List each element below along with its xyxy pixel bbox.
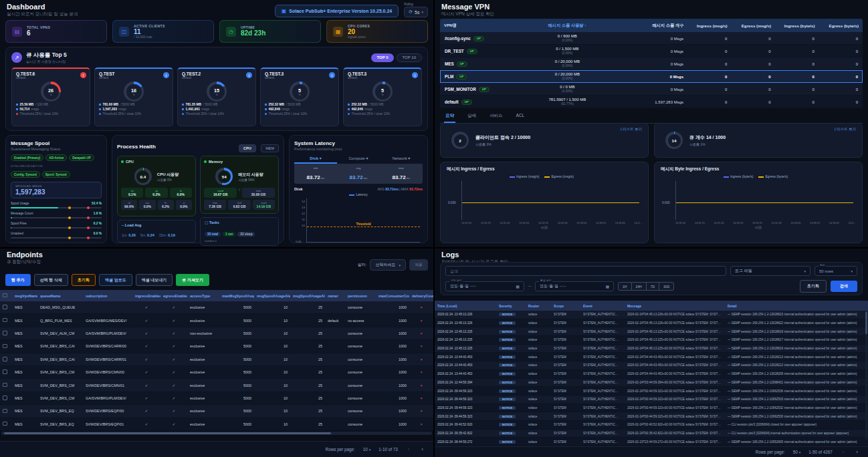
- vpn-col-header[interactable]: Egress (byte/s): [819, 23, 863, 28]
- scrollbar-thumb[interactable]: [865, 311, 867, 334]
- endpoints-col-header[interactable]: egressEnabled: [160, 294, 187, 298]
- quick-range-button[interactable]: 7D: [647, 282, 659, 291]
- checkbox-icon[interactable]: [3, 331, 7, 335]
- checkbox-icon[interactable]: [3, 422, 7, 426]
- version-badge[interactable]: ▣ Solace PubSub+ Enterprise Version 10.2…: [275, 5, 399, 17]
- endpoints-col-header[interactable]: permission: [345, 294, 376, 298]
- vpn-table-row[interactable]: DR_TESTUP0 / 1,500 MB(0.00%)0 Msgs0000: [440, 45, 863, 57]
- vpn-tab-요약[interactable]: 요약: [444, 111, 455, 123]
- endpoints-col-header[interactable]: msgVpnName: [12, 294, 37, 298]
- endpoints-col-header[interactable]: ingressEnabled: [132, 294, 160, 298]
- logs-col-header[interactable]: Scope: [551, 304, 580, 308]
- queue-card[interactable]: Q.TEST.3idefault5%252.32 MB / 5000 MB492…: [260, 67, 339, 126]
- search-button[interactable]: 검색: [831, 281, 857, 292]
- quick-range-button[interactable]: 30D: [659, 282, 674, 291]
- endpoints-col-header[interactable]: maxConsumerCount: [376, 294, 409, 298]
- vpn-col-header[interactable]: Ingress (msg/s): [687, 23, 731, 28]
- checkbox-icon[interactable]: [3, 318, 7, 323]
- vpn-table-row[interactable]: PSM_MONITORUP0 / 0 MB(0.00%)0 Msgs0000: [440, 83, 863, 96]
- vpn-tab-상세[interactable]: 상세: [466, 111, 477, 123]
- queue-card[interactable]: Q.TEST.6!default26%25.59 MB / 100 MB50,7…: [11, 67, 90, 126]
- logs-col-header[interactable]: Detail: [725, 304, 868, 308]
- rows-per-page-select[interactable]: 50▾: [793, 450, 801, 454]
- toolbar-button[interactable]: 선택 행 삭제: [34, 274, 68, 286]
- list-view-link[interactable]: | 리스트 보기: [835, 127, 856, 132]
- top5-button[interactable]: TOP 5: [371, 53, 393, 62]
- checkbox-icon[interactable]: [3, 357, 7, 361]
- log-search-input[interactable]: [445, 266, 726, 276]
- toolbar-button[interactable]: 초기화: [72, 274, 96, 286]
- endpoints-col-header[interactable]: msgSpoolUsageAlertRais…: [290, 294, 325, 298]
- checkbox-icon[interactable]: [3, 396, 7, 400]
- stat-card[interactable]: ▤TOTAL VPNS6: [5, 20, 107, 43]
- rows-per-page-select[interactable]: 10▾: [363, 447, 371, 452]
- start-date-input[interactable]: 시작 일시 연도-월-일 --:--▦: [445, 281, 524, 291]
- queue-card[interactable]: Q.TEST.3idefault5%252.32 MB / 5000 MB492…: [343, 67, 422, 126]
- endpoints-col-header[interactable]: owner: [325, 294, 345, 298]
- log-level-select[interactable]: 로그 레벨▾: [730, 266, 810, 276]
- checkbox-icon[interactable]: [3, 383, 7, 388]
- vpn-col-header[interactable]: VPN명: [440, 23, 518, 29]
- queue-card[interactable]: Q.TEST.2idefault15%781.35 MB / 5000 MB1,…: [177, 67, 256, 126]
- endpoints-col-header[interactable]: queueName: [37, 294, 83, 298]
- vpn-tab-서비스[interactable]: 서비스: [488, 111, 504, 123]
- checkbox-icon[interactable]: [3, 369, 7, 374]
- endpoints-col-header[interactable]: deliveryCountEna…: [409, 294, 433, 298]
- toolbar-button[interactable]: 행 추가: [5, 274, 31, 286]
- quick-range-button[interactable]: 24H: [632, 282, 647, 291]
- top10-button[interactable]: TOP 10: [397, 53, 422, 62]
- polling-select[interactable]: ⟳ 5s ▾: [404, 7, 428, 17]
- next-page-button[interactable]: ›: [854, 449, 860, 455]
- log-size-select[interactable]: Size 50 rows▾: [815, 266, 857, 276]
- endpoints-col-header[interactable]: msgSpoolUsageAlertClear…: [254, 294, 290, 298]
- next-page-button[interactable]: ›: [419, 446, 425, 452]
- checkbox-icon[interactable]: [3, 409, 7, 414]
- apply-filter-button[interactable]: 적용: [409, 259, 428, 271]
- toolbar-button[interactable]: 큐 가져오기: [176, 274, 209, 286]
- scrollbar-thumb[interactable]: [4, 432, 331, 434]
- meter-slider[interactable]: [11, 217, 102, 219]
- cpu-toggle-button[interactable]: CPU: [239, 144, 256, 152]
- checkbox-icon[interactable]: [3, 293, 7, 298]
- vpn-col-header[interactable]: Egress (msg/s): [732, 23, 775, 28]
- logs-col-header[interactable]: Message: [625, 304, 725, 308]
- prev-page-button[interactable]: ‹: [406, 446, 412, 452]
- endpoints-col-header[interactable]: subscription: [83, 294, 132, 298]
- checkbox-icon[interactable]: [3, 344, 7, 349]
- quick-range-button[interactable]: 1H: [618, 282, 631, 291]
- endpoints-col-header[interactable]: maxMsgSpoolUsage: [219, 294, 254, 298]
- meter-slider[interactable]: [11, 237, 102, 239]
- vpn-col-header[interactable]: 메시지 스풀 사용량 ↑: [518, 23, 616, 29]
- vertical-scrollbar[interactable]: [865, 311, 867, 440]
- vpn-col-header[interactable]: 메시지 스풀 개수: [616, 23, 687, 29]
- checkbox-icon[interactable]: [3, 305, 7, 309]
- meter-slider[interactable]: [11, 207, 102, 209]
- queue-card[interactable]: Q.TESTidefault16%781.60 MB / 5000 MB1,59…: [94, 67, 173, 126]
- vpn-table-row[interactable]: MESUP0 / 20,000 MB(0.00%)0 Msgs0000: [440, 57, 863, 70]
- endpoints-col-header[interactable]: accessType: [187, 294, 219, 298]
- logs-col-header[interactable]: Time (Local): [435, 304, 496, 308]
- meter-slider[interactable]: [11, 227, 102, 229]
- vpn-table-row[interactable]: defaultUP781.5907 / 1,500 MB(52.77%)1,59…: [440, 96, 863, 108]
- vpn-table-row[interactable]: #config-syncUP0 / 600 MB(0.00%)0 Msgs000…: [440, 32, 863, 45]
- vpn-col-header[interactable]: Ingress (byte/s): [775, 23, 819, 28]
- horizontal-scrollbar[interactable]: [1, 432, 432, 435]
- latency-tab-compute[interactable]: Compute ▾: [337, 154, 380, 164]
- end-date-input[interactable]: 종료 일시 연도-월-일 --:--▦: [535, 281, 614, 291]
- latency-tab-network[interactable]: Network ▾: [380, 154, 423, 164]
- stat-card[interactable]: ▦CPU CORES20logical cores: [326, 20, 428, 43]
- toolbar-button[interactable]: 엑셀 업로드: [99, 274, 132, 286]
- calendar-icon[interactable]: ▦: [605, 284, 609, 289]
- toolbar-button[interactable]: 엑셀 내보내기: [136, 274, 173, 286]
- stat-card[interactable]: ◫ACTIVE CLIENTS11/ 10,000 max: [112, 20, 214, 43]
- reset-button[interactable]: 초기화: [800, 280, 827, 293]
- logs-col-header[interactable]: Router: [526, 304, 551, 308]
- filter-select[interactable]: 선택하세요 ▾: [370, 259, 406, 271]
- vpn-table-row[interactable]: PLMUP0 / 20,000 MB(0.00%)0 Msgs0000: [440, 70, 863, 83]
- prev-page-button[interactable]: ‹: [841, 449, 847, 455]
- calendar-icon[interactable]: ▦: [516, 284, 520, 289]
- vpn-tab-ACL[interactable]: ACL: [515, 111, 526, 123]
- logs-col-header[interactable]: Severity: [496, 304, 526, 308]
- mem-toggle-button[interactable]: MEM: [261, 144, 279, 152]
- select-all-checkbox[interactable]: [0, 293, 12, 299]
